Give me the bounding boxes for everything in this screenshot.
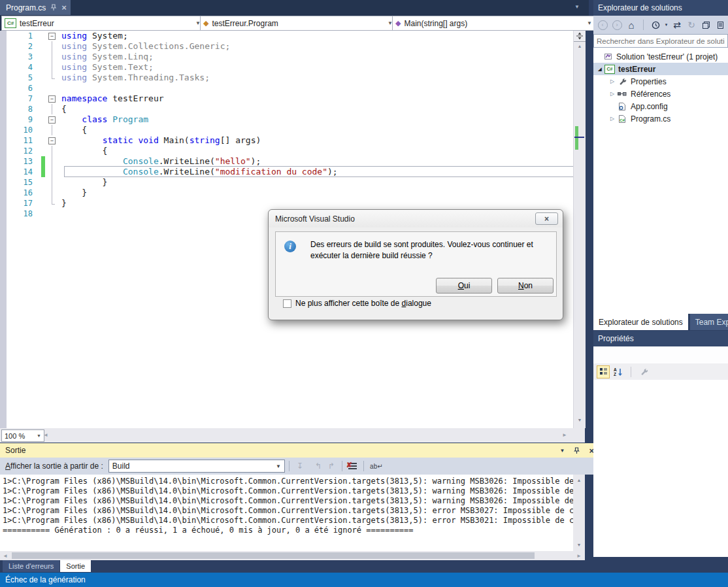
refresh-icon[interactable]: ↻	[685, 18, 698, 31]
yes-button[interactable]: Oui	[436, 278, 492, 294]
code-line[interactable]: 1−using System;	[0, 31, 573, 41]
tree-item-solution-testerreur-1-projet-[interactable]: Solution 'testErreur' (1 projet)	[593, 50, 728, 63]
scroll-right-icon[interactable]: ►	[576, 553, 582, 559]
scrollbar-thumb[interactable]	[12, 552, 535, 559]
member-dropdown[interactable]: ◆ Main(string[] args) ▼	[392, 16, 595, 31]
code-line[interactable]: 12 {	[0, 146, 573, 156]
expander-icon[interactable]: ▷	[608, 91, 617, 97]
solution-explorer-search[interactable]	[593, 34, 728, 48]
home-icon[interactable]: ⌂	[625, 18, 638, 31]
code-line[interactable]: 10 {	[0, 125, 573, 135]
search-input[interactable]	[593, 34, 728, 48]
code-line[interactable]: 11− static void Main(string[] args)	[0, 135, 573, 146]
output-line[interactable]: 1>C:\Program Files (x86)\MSBuild\14.0\bi…	[3, 516, 573, 526]
code-line[interactable]: 5using System.Threading.Tasks;	[0, 73, 573, 83]
code-line[interactable]: 13 Console.WriteLine("hello");	[0, 156, 573, 167]
chevron-down-icon[interactable]: ▾	[663, 18, 669, 31]
tab-program-cs[interactable]: Program.cs ×	[0, 0, 71, 15]
collapse-region-icon[interactable]: −	[48, 137, 56, 144]
code-line[interactable]: 8{	[0, 104, 573, 114]
checkbox-icon[interactable]	[283, 299, 291, 308]
show-all-files-icon[interactable]	[714, 18, 727, 31]
tree-item-app-config[interactable]: App.config	[593, 100, 728, 112]
type-dropdown-value: testErreur.Program	[212, 19, 278, 28]
scroll-left-icon[interactable]: ◄	[43, 432, 48, 438]
dont-show-again-checkbox[interactable]: Ne plus afficher cette boîte de dialogue	[283, 299, 431, 308]
code-line[interactable]: 4using System.Text;	[0, 62, 573, 73]
next-message-icon[interactable]: ↱	[325, 461, 338, 471]
pin-icon[interactable]	[574, 447, 580, 454]
clear-output-icon[interactable]: ✘	[346, 461, 359, 471]
scroll-down-icon[interactable]: ▼	[573, 543, 585, 547]
tree-item-properties[interactable]: ▷Properties	[593, 75, 728, 88]
outlining-margin[interactable]: −	[47, 135, 57, 146]
output-text-area[interactable]: 1>C:\Program Files (x86)\MSBuild\14.0\bi…	[0, 475, 573, 551]
output-line[interactable]: 1>C:\Program Files (x86)\MSBuild\14.0\bi…	[3, 486, 573, 496]
code-line[interactable]: 14 Console.WriteLine("modification du co…	[0, 167, 573, 177]
code-line[interactable]: 7−namespace testErreur	[0, 93, 573, 104]
code-line[interactable]: 15 }	[0, 177, 573, 188]
expander-icon[interactable]: ◢	[595, 67, 604, 72]
code-line[interactable]: 2using System.Collections.Generic;	[0, 41, 573, 52]
window-position-icon[interactable]: ▼	[559, 448, 565, 454]
zoom-dropdown[interactable]: 100 % ▼	[1, 429, 44, 442]
output-filter-dropdown[interactable]: Build ▼	[108, 460, 285, 473]
output-vertical-scrollbar[interactable]: ▲ ▼	[573, 475, 585, 551]
outlining-margin[interactable]: −	[47, 114, 57, 125]
outlining-margin[interactable]: −	[47, 93, 57, 104]
scroll-up-icon[interactable]: ▲	[574, 44, 586, 48]
chevron-down-icon: ▼	[587, 20, 592, 26]
property-pages-icon[interactable]	[637, 365, 650, 378]
pin-icon[interactable]	[50, 4, 57, 11]
collapse-region-icon[interactable]: −	[48, 116, 56, 124]
expander-icon[interactable]: ▷	[608, 116, 617, 122]
tab-solution-explorer[interactable]: Explorateur de solutions	[593, 314, 688, 330]
tab-output[interactable]: Sortie	[60, 560, 91, 572]
categorized-view-icon[interactable]	[597, 365, 610, 378]
output-horizontal-scrollbar[interactable]: ◄ ►	[0, 551, 585, 560]
previous-message-icon[interactable]: ↰	[312, 461, 325, 471]
project-dropdown[interactable]: C# testErreur ▼	[1, 16, 204, 31]
word-wrap-icon[interactable]: ab↵	[368, 463, 385, 470]
collapse-all-icon[interactable]	[699, 18, 712, 31]
sync-with-active-document-icon[interactable]: ⇄	[670, 18, 684, 31]
status-bar: Échec de la génération	[0, 573, 728, 587]
outlining-margin	[47, 52, 57, 62]
alphabetical-sort-icon[interactable]: AZ	[612, 365, 625, 378]
outlining-margin[interactable]: −	[47, 31, 57, 41]
csharp-project-icon: C#	[5, 18, 16, 28]
editor-vertical-scrollbar[interactable]: ▲ ▼	[573, 31, 586, 428]
scroll-down-icon[interactable]: ▼	[574, 418, 586, 422]
tab-error-list[interactable]: Liste d'erreurs	[3, 560, 59, 572]
pending-changes-filter-icon[interactable]	[649, 18, 662, 31]
output-line[interactable]: 1>C:\Program Files (x86)\MSBuild\14.0\bi…	[3, 496, 573, 506]
output-line[interactable]: ========== Génération : 0 a réussi, 1 a …	[3, 526, 573, 535]
tree-item-r-f-rences[interactable]: ▷Références	[593, 88, 728, 100]
dialog-close-button[interactable]: ×	[535, 212, 558, 225]
tab-list-dropdown-icon[interactable]: ▼	[574, 4, 580, 10]
type-dropdown[interactable]: ◆ testErreur.Program ▼	[200, 16, 396, 31]
scroll-left-icon[interactable]: ◄	[3, 553, 8, 559]
scroll-right-icon[interactable]: ►	[562, 432, 567, 438]
scroll-up-icon[interactable]: ▲	[573, 478, 585, 482]
code-line[interactable]: 17}	[0, 198, 573, 209]
expander-icon[interactable]: ▷	[608, 78, 617, 84]
code-line[interactable]: 9− class Program	[0, 114, 573, 125]
properties-object-dropdown[interactable]	[593, 346, 728, 364]
splitter-handle[interactable]	[574, 31, 586, 42]
output-line[interactable]: 1>C:\Program Files (x86)\MSBuild\14.0\bi…	[3, 477, 573, 486]
close-tab-icon[interactable]: ×	[61, 3, 67, 12]
no-button[interactable]: Non	[497, 278, 554, 294]
forward-icon[interactable]: ›	[610, 18, 623, 31]
code-line[interactable]: 16 }	[0, 188, 573, 198]
output-line[interactable]: 1>C:\Program Files (x86)\MSBuild\14.0\bi…	[3, 506, 573, 516]
tree-item-testerreur[interactable]: ◢C#testErreur	[593, 63, 728, 75]
collapse-region-icon[interactable]: −	[48, 33, 56, 40]
back-icon[interactable]: ‹	[596, 18, 609, 31]
code-line[interactable]: 3using System.Linq;	[0, 52, 573, 62]
code-line[interactable]: 6	[0, 83, 573, 93]
goto-message-icon[interactable]: ↧	[293, 461, 306, 471]
tree-item-program-cs[interactable]: ▷C#Program.cs	[593, 112, 728, 125]
tab-team-explorer[interactable]: Team Explor	[690, 314, 728, 330]
collapse-region-icon[interactable]: −	[48, 95, 56, 103]
